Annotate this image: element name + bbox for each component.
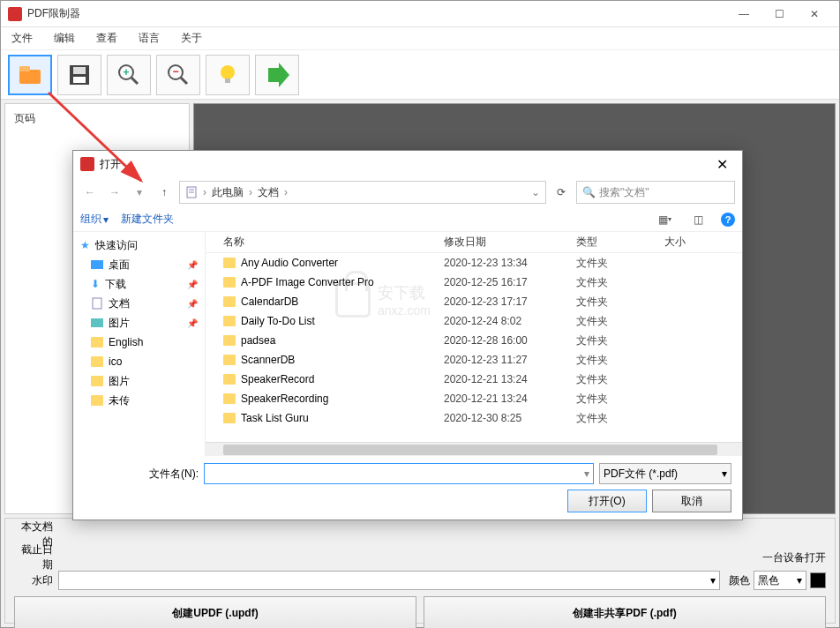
create-nonshare-pdf-button[interactable]: 创建非共享PDF (.pdf): [424, 596, 826, 628]
pin-icon: 📌: [187, 318, 198, 328]
file-type: 文件夹: [576, 295, 664, 310]
menu-file[interactable]: 文件: [8, 29, 36, 48]
organize-button[interactable]: 组织 ▾: [80, 212, 109, 227]
nav-forward-button[interactable]: →: [105, 183, 124, 202]
minimize-button[interactable]: —: [726, 2, 761, 26]
floppy-save-icon: [65, 61, 94, 89]
search-input[interactable]: 🔍 搜索"文档": [576, 181, 735, 204]
folder-icon: [223, 374, 236, 385]
menu-edit[interactable]: 编辑: [50, 29, 79, 48]
col-name[interactable]: 名称: [223, 235, 444, 250]
folder-icon: [223, 277, 236, 288]
download-icon: ⬇: [91, 278, 100, 290]
view-mode-button[interactable]: ▦ ▾: [654, 210, 675, 229]
main-titlebar: PDF限制器 — ☐ ✕: [1, 1, 839, 27]
app-icon: [8, 7, 22, 21]
dialog-close-button[interactable]: ✕: [709, 153, 735, 175]
maximize-button[interactable]: ☐: [761, 2, 797, 26]
tree-documents[interactable]: 文档📌: [73, 294, 205, 313]
tree-ico[interactable]: ico: [73, 352, 205, 371]
file-row[interactable]: ScannerDB2020-12-23 11:27文件夹: [223, 350, 742, 370]
breadcrumb-dropdown-icon[interactable]: ⌄: [531, 186, 540, 198]
menu-lang[interactable]: 语言: [135, 29, 163, 48]
open-button[interactable]: 打开(O): [567, 490, 647, 512]
file-type: 文件夹: [576, 314, 664, 329]
breadcrumb-root[interactable]: 此电脑: [212, 185, 244, 200]
file-filter-select[interactable]: PDF文件 (*.pdf)▾: [599, 463, 731, 484]
zoom-in-button[interactable]: +: [107, 55, 151, 95]
hint-button[interactable]: [206, 55, 250, 95]
save-button[interactable]: [57, 55, 101, 95]
file-name: SpeakerRecording: [241, 392, 328, 405]
create-updf-button[interactable]: 创建UPDF (.updf): [14, 596, 416, 628]
close-button[interactable]: ✕: [797, 2, 832, 26]
col-date[interactable]: 修改日期: [444, 235, 576, 250]
lightbulb-icon: [214, 61, 242, 89]
desktop-icon: [91, 260, 103, 269]
tree-downloads[interactable]: ⬇下载📌: [73, 274, 205, 294]
filename-label: 文件名(N):: [84, 467, 199, 482]
color-select[interactable]: 黑色▾: [754, 571, 806, 590]
file-area: 名称 修改日期 类型 大小 Any Audio Converter2020-12…: [206, 232, 742, 456]
preview-pane-button[interactable]: ◫: [687, 210, 709, 229]
breadcrumb-bar[interactable]: › 此电脑 › 文档 › ⌄: [179, 181, 546, 204]
file-date: 2020-12-24 8:02: [444, 315, 576, 327]
folder-icon: [91, 356, 103, 367]
svg-text:−: −: [172, 65, 178, 78]
scrollbar-thumb[interactable]: [223, 445, 717, 455]
col-size[interactable]: 大小: [664, 235, 717, 250]
file-row[interactable]: Daily To-Do List2020-12-24 8:02文件夹: [223, 311, 742, 331]
col-type[interactable]: 类型: [576, 235, 664, 250]
file-row[interactable]: Any Audio Converter2020-12-23 13:34文件夹: [223, 253, 742, 273]
file-type: 文件夹: [576, 256, 664, 271]
breadcrumb-sep-icon: ›: [284, 186, 288, 198]
pin-icon: 📌: [187, 280, 198, 289]
file-row[interactable]: A-PDF Image Converter Pro2020-12-25 16:1…: [223, 273, 742, 292]
svg-line-6: [131, 78, 138, 84]
horizontal-scrollbar[interactable]: [206, 442, 742, 456]
run-button[interactable]: [255, 55, 299, 95]
nav-up-button[interactable]: ↑: [154, 183, 174, 202]
file-row[interactable]: SpeakerRecording2020-12-21 13:24文件夹: [223, 389, 742, 408]
refresh-button[interactable]: ⟳: [551, 183, 571, 202]
cancel-button[interactable]: 取消: [652, 490, 731, 512]
file-name: Any Audio Converter: [241, 257, 338, 269]
star-icon: ★: [80, 239, 90, 251]
color-swatch[interactable]: [810, 572, 826, 588]
file-row[interactable]: Task List Guru2020-12-30 8:25文件夹: [223, 408, 742, 428]
file-date: 2020-12-21 13:24: [444, 392, 576, 405]
menu-view[interactable]: 查看: [93, 29, 121, 48]
file-type: 文件夹: [576, 353, 664, 368]
open-folder-button[interactable]: [8, 55, 52, 95]
pin-icon: 📌: [187, 260, 198, 270]
tree-english[interactable]: English: [73, 333, 205, 352]
tree-quick-access[interactable]: ★快速访问: [73, 236, 205, 255]
page-tab[interactable]: 页码: [9, 108, 185, 130]
toolbar: + −: [1, 50, 839, 100]
breadcrumb-sep-icon: ›: [249, 186, 252, 198]
menu-about[interactable]: 关于: [177, 29, 206, 48]
nav-recent-dropdown[interactable]: ▾: [130, 183, 149, 202]
file-name: ScannerDB: [241, 354, 295, 366]
breadcrumb-folder[interactable]: 文档: [258, 185, 279, 200]
tree-pictures2[interactable]: 图片: [73, 371, 205, 391]
file-row[interactable]: CalendarDB2020-12-23 17:17文件夹: [223, 292, 742, 311]
help-button[interactable]: ?: [721, 213, 735, 227]
watermark-input[interactable]: ▾: [58, 571, 720, 590]
dialog-app-icon: [80, 157, 94, 171]
zoom-out-button[interactable]: −: [156, 55, 200, 95]
color-label: 颜色: [729, 573, 750, 588]
file-row[interactable]: padsea2020-12-28 16:00文件夹: [223, 331, 742, 350]
file-list[interactable]: Any Audio Converter2020-12-23 13:34文件夹A-…: [206, 253, 742, 442]
folder-icon: [91, 337, 103, 348]
file-row[interactable]: SpeakerRecord2020-12-21 13:24文件夹: [223, 370, 742, 389]
tree-weizhuan[interactable]: 未传: [73, 391, 205, 410]
new-folder-button[interactable]: 新建文件夹: [121, 212, 174, 227]
file-type: 文件夹: [576, 372, 664, 387]
tree-pictures[interactable]: 图片📌: [73, 313, 205, 333]
file-type: 文件夹: [576, 333, 664, 348]
tree-desktop[interactable]: 桌面📌: [73, 255, 205, 274]
filename-input[interactable]: ▾: [204, 463, 594, 484]
nav-back-button[interactable]: ←: [80, 183, 100, 202]
file-date: 2020-12-21 13:24: [444, 373, 576, 385]
